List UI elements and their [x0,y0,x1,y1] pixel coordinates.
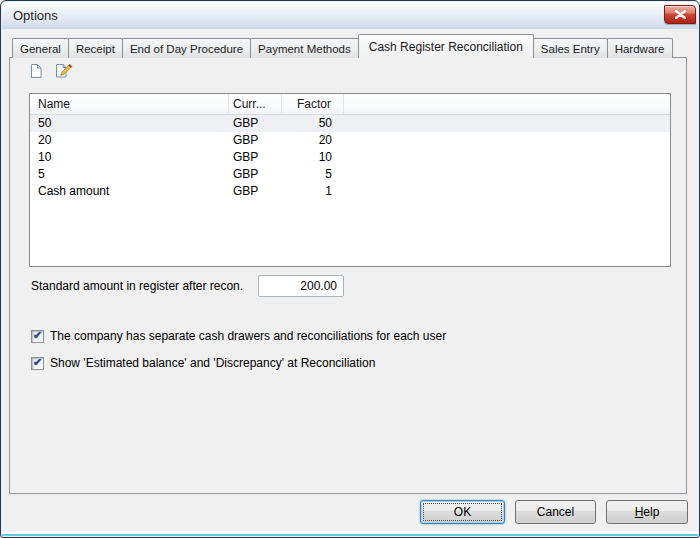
column-header-factor[interactable]: Factor [282,94,344,114]
checkbox-separate-cash-drawers[interactable]: ✔ The company has separate cash drawers … [31,329,446,343]
list-row-20[interactable]: 20 GBP 20 [30,132,670,149]
list-row-cash-amount[interactable]: Cash amount GBP 1 [30,183,670,200]
focus-ring [423,503,502,521]
window-title: Options [13,8,58,23]
cell-factor: 20 [282,132,344,149]
cell-currency: GBP [229,115,282,132]
cell-factor: 10 [282,149,344,166]
new-denomination-button[interactable] [25,61,47,81]
help-button-label: Help [635,505,660,519]
frame-edge-left [2,29,4,531]
close-icon [675,10,686,19]
help-button[interactable]: Help [606,500,688,524]
cell-name: 50 [30,115,229,132]
checkbox-label: The company has separate cash drawers an… [50,329,446,343]
tab-bar: General Receipt End of Day Procedure Pay… [12,34,672,58]
cell-name: 5 [30,166,229,183]
cell-currency: GBP [229,132,282,149]
tab-payment-methods[interactable]: Payment Methods [250,38,359,58]
tab-cash-register-reconciliation[interactable]: Cash Register Reconciliation [358,34,534,58]
frame-edge-bottom [2,531,698,536]
standard-amount-input[interactable] [258,275,344,297]
tab-hardware[interactable]: Hardware [607,38,673,58]
edit-denomination-button[interactable] [52,61,74,81]
cancel-button-label: Cancel [537,505,574,519]
frame-edge-right [696,29,698,531]
cell-name: 20 [30,132,229,149]
list-row-10[interactable]: 10 GBP 10 [30,149,670,166]
cell-currency: GBP [229,166,282,183]
checkbox-box: ✔ [31,330,44,343]
tab-receipt[interactable]: Receipt [68,38,123,58]
list-row-50[interactable]: 50 GBP 50 [30,115,670,132]
standard-amount-label: Standard amount in register after recon. [31,279,243,293]
cell-factor: 5 [282,166,344,183]
edit-pencil-icon [54,63,73,79]
column-header-currency[interactable]: Curr... [229,94,282,114]
tab-sales-entry[interactable]: Sales Entry [533,38,608,58]
denominations-list: Name Curr... Factor 50 GBP 50 20 GBP 20 … [29,93,671,267]
new-document-icon [28,63,44,79]
titlebar[interactable]: Options [2,2,698,29]
cell-currency: GBP [229,183,282,200]
cell-currency: GBP [229,149,282,166]
ok-button[interactable]: OK [420,500,505,524]
column-header-filler [344,94,670,114]
checkbox-label: Show 'Estimated balance' and 'Discrepanc… [50,356,375,370]
options-dialog: Options General Receipt End of Day Proce… [0,0,700,538]
list-header: Name Curr... Factor [30,94,670,115]
checkbox-show-estimated-balance[interactable]: ✔ Show 'Estimated balance' and 'Discrepa… [31,356,375,370]
cancel-button[interactable]: Cancel [515,500,596,524]
check-icon: ✔ [33,357,42,368]
cell-factor: 50 [282,115,344,132]
close-button[interactable] [664,5,696,24]
checkbox-box: ✔ [31,357,44,370]
cell-name: Cash amount [30,183,229,200]
tab-end-of-day-procedure[interactable]: End of Day Procedure [122,38,251,58]
tab-general[interactable]: General [12,38,69,58]
list-row-5[interactable]: 5 GBP 5 [30,166,670,183]
check-icon: ✔ [33,330,42,341]
column-header-name[interactable]: Name [30,94,229,114]
cell-factor: 1 [282,183,344,200]
cell-name: 10 [30,149,229,166]
